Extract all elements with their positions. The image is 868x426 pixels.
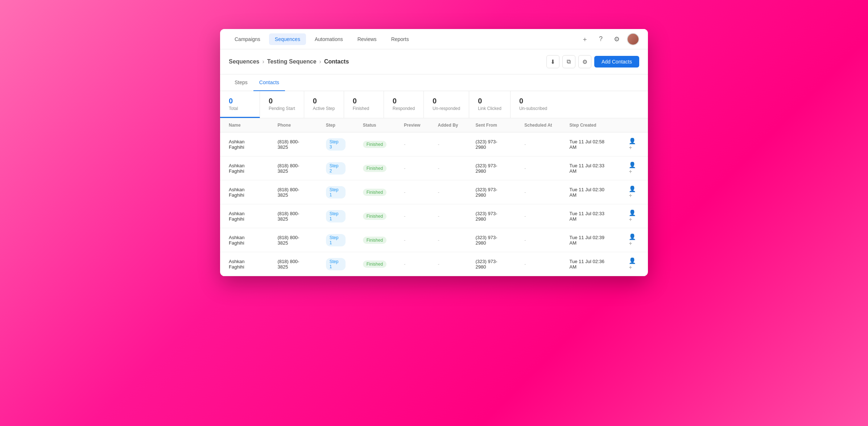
cell-step-1: Step 2 bbox=[317, 156, 354, 180]
cell-phone-0: (818) 800-3825 bbox=[269, 132, 317, 156]
row-action-icon-1[interactable]: 👤+ bbox=[629, 162, 636, 175]
nav-reviews[interactable]: Reviews bbox=[352, 33, 383, 45]
cell-phone-1: (818) 800-3825 bbox=[269, 156, 317, 180]
stat-unresponded[interactable]: 0 Un-responded bbox=[424, 91, 469, 118]
row-action-icon-0[interactable]: 👤+ bbox=[629, 138, 636, 151]
cell-action-5[interactable]: 👤+ bbox=[620, 252, 648, 276]
tab-contacts[interactable]: Contacts bbox=[253, 74, 285, 91]
row-action-icon-3[interactable]: 👤+ bbox=[629, 210, 636, 222]
cell-added-by-5: - bbox=[429, 252, 467, 276]
stat-responded-label: Responded bbox=[393, 106, 415, 111]
cell-status-3: Finished bbox=[354, 204, 395, 228]
cell-name-0: Ashkan Faghihi bbox=[220, 132, 269, 156]
breadcrumb: Sequences › Testing Sequence › Contacts bbox=[229, 58, 349, 65]
cell-preview-1: - bbox=[395, 156, 429, 180]
cell-sent-from-3: (323) 973-2980 bbox=[467, 204, 516, 228]
row-action-icon-5[interactable]: 👤+ bbox=[629, 258, 636, 270]
stat-active-step[interactable]: 0 Active Step bbox=[304, 91, 344, 118]
nav-reports[interactable]: Reports bbox=[385, 33, 415, 45]
status-badge-5: Finished bbox=[363, 261, 387, 268]
stat-unsubscribed-value: 0 bbox=[519, 97, 547, 105]
stat-finished[interactable]: 0 Finished bbox=[344, 91, 384, 118]
cell-scheduled-at-5: - bbox=[516, 252, 561, 276]
download-button[interactable]: ⬇ bbox=[546, 55, 559, 68]
col-header-sent-from: Sent From bbox=[467, 118, 516, 132]
table-row: Ashkan Faghihi (818) 800-3825 Step 3 Fin… bbox=[220, 132, 648, 156]
cell-name-5: Ashkan Faghihi bbox=[220, 252, 269, 276]
user-avatar[interactable] bbox=[627, 33, 639, 45]
cell-added-by-0: - bbox=[429, 132, 467, 156]
cell-step-created-3: Tue 11 Jul 02:33 AM bbox=[561, 204, 620, 228]
breadcrumb-sequences[interactable]: Sequences bbox=[229, 58, 259, 65]
cell-action-0[interactable]: 👤+ bbox=[620, 132, 648, 156]
breadcrumb-testing-sequence[interactable]: Testing Sequence bbox=[267, 58, 317, 65]
breadcrumb-bar: Sequences › Testing Sequence › Contacts … bbox=[220, 49, 648, 74]
add-new-button[interactable]: ＋ bbox=[579, 33, 591, 45]
table-header-row: Name Phone Step Status Preview Added By … bbox=[220, 118, 648, 132]
table-row: Ashkan Faghihi (818) 800-3825 Step 1 Fin… bbox=[220, 228, 648, 252]
stat-active-step-value: 0 bbox=[313, 97, 335, 105]
stat-unsubscribed[interactable]: 0 Un-subscribed bbox=[511, 91, 556, 118]
col-header-preview: Preview bbox=[395, 118, 429, 132]
step-badge-5: Step 1 bbox=[326, 258, 346, 270]
cell-sent-from-4: (323) 973-2980 bbox=[467, 228, 516, 252]
cell-preview-5: - bbox=[395, 252, 429, 276]
status-badge-1: Finished bbox=[363, 165, 387, 172]
stat-pending-label: Pending Start bbox=[269, 106, 295, 111]
settings-button[interactable]: ⚙ bbox=[611, 33, 623, 45]
tab-steps[interactable]: Steps bbox=[229, 74, 253, 91]
stat-link-clicked[interactable]: 0 Link Clicked bbox=[469, 91, 511, 118]
cell-name-1: Ashkan Faghihi bbox=[220, 156, 269, 180]
stat-finished-value: 0 bbox=[353, 97, 375, 105]
nav-automations[interactable]: Automations bbox=[309, 33, 349, 45]
step-badge-3: Step 1 bbox=[326, 210, 346, 222]
row-action-icon-4[interactable]: 👤+ bbox=[629, 234, 636, 246]
nav-items: Campaigns Sequences Automations Reviews … bbox=[229, 33, 579, 45]
cell-step-0: Step 3 bbox=[317, 132, 354, 156]
stat-responded[interactable]: 0 Responded bbox=[384, 91, 424, 118]
cell-action-4[interactable]: 👤+ bbox=[620, 228, 648, 252]
cell-status-4: Finished bbox=[354, 228, 395, 252]
stat-responded-value: 0 bbox=[393, 97, 415, 105]
breadcrumb-sep-1: › bbox=[262, 58, 264, 65]
cell-action-1[interactable]: 👤+ bbox=[620, 156, 648, 180]
settings2-button[interactable]: ⚙ bbox=[578, 55, 591, 68]
table-row: Ashkan Faghihi (818) 800-3825 Step 1 Fin… bbox=[220, 180, 648, 204]
nav-campaigns[interactable]: Campaigns bbox=[229, 33, 266, 45]
stat-pending-value: 0 bbox=[269, 97, 295, 105]
col-header-added-by: Added By bbox=[429, 118, 467, 132]
copy-button[interactable]: ⧉ bbox=[562, 55, 575, 68]
row-action-icon-2[interactable]: 👤+ bbox=[629, 186, 636, 198]
stat-unresponded-value: 0 bbox=[433, 97, 460, 105]
cell-step-created-4: Tue 11 Jul 02:39 AM bbox=[561, 228, 620, 252]
contacts-table: Name Phone Step Status Preview Added By … bbox=[220, 118, 648, 276]
stat-active-step-label: Active Step bbox=[313, 106, 335, 111]
cell-preview-2: - bbox=[395, 180, 429, 204]
contacts-table-container: Name Phone Step Status Preview Added By … bbox=[220, 118, 648, 276]
nav-sequences[interactable]: Sequences bbox=[269, 33, 306, 45]
cell-step-2: Step 1 bbox=[317, 180, 354, 204]
cell-step-created-1: Tue 11 Jul 02:33 AM bbox=[561, 156, 620, 180]
stat-pending[interactable]: 0 Pending Start bbox=[260, 91, 304, 118]
help-button[interactable]: ? bbox=[595, 33, 607, 45]
table-row: Ashkan Faghihi (818) 800-3825 Step 2 Fin… bbox=[220, 156, 648, 180]
add-contacts-button[interactable]: Add Contacts bbox=[594, 56, 639, 67]
cell-preview-4: - bbox=[395, 228, 429, 252]
cell-preview-3: - bbox=[395, 204, 429, 228]
cell-action-3[interactable]: 👤+ bbox=[620, 204, 648, 228]
status-badge-3: Finished bbox=[363, 213, 387, 220]
cell-added-by-1: - bbox=[429, 156, 467, 180]
cell-phone-5: (818) 800-3825 bbox=[269, 252, 317, 276]
cell-status-0: Finished bbox=[354, 132, 395, 156]
cell-step-5: Step 1 bbox=[317, 252, 354, 276]
cell-status-5: Finished bbox=[354, 252, 395, 276]
breadcrumb-actions: ⬇ ⧉ ⚙ Add Contacts bbox=[546, 55, 639, 68]
cell-scheduled-at-0: - bbox=[516, 132, 561, 156]
stat-total[interactable]: 0 Total bbox=[220, 91, 260, 118]
app-window: Campaigns Sequences Automations Reviews … bbox=[220, 29, 648, 276]
cell-step-created-2: Tue 11 Jul 02:30 AM bbox=[561, 180, 620, 204]
status-badge-2: Finished bbox=[363, 189, 387, 196]
cell-scheduled-at-1: - bbox=[516, 156, 561, 180]
cell-action-2[interactable]: 👤+ bbox=[620, 180, 648, 204]
cell-step-created-0: Tue 11 Jul 02:58 AM bbox=[561, 132, 620, 156]
